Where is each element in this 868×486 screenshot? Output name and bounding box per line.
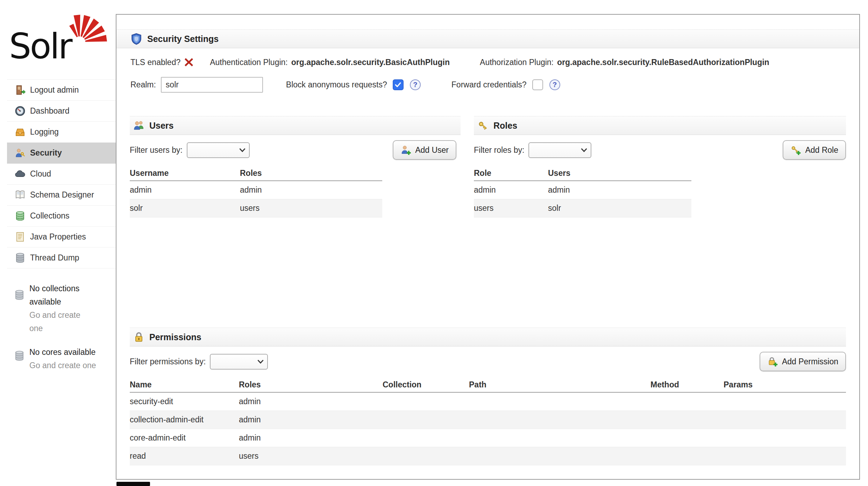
sidebar-item-collections[interactable]: Collections [7, 206, 116, 227]
roles-cell: admin [239, 433, 383, 443]
sidebar-item-label: Collections [30, 211, 70, 221]
sidebar: Solr Logout admin Dashboard Logging Secu… [0, 0, 116, 486]
add-permission-icon [767, 356, 778, 367]
permission-row-core-admin-edit[interactable]: core-admin-edit admin [130, 429, 846, 447]
block-anonymous-help-icon[interactable]: ? [410, 79, 421, 90]
roles-cell: users [239, 451, 383, 461]
block-anonymous-label: Block anonymous requests? [286, 80, 387, 90]
no-cores-notice: No cores available Go and create one [8, 345, 106, 372]
permission-row-read[interactable]: read users [130, 447, 846, 465]
sidebar-item-label: Thread Dump [30, 253, 79, 263]
role-row-users[interactable]: users solr [474, 199, 691, 217]
sidebar-item-logout-admin[interactable]: Logout admin [7, 80, 116, 101]
create-collection-link[interactable]: Go and create one [29, 308, 88, 335]
sidebar-item-java-properties[interactable]: Java Properties [7, 227, 116, 248]
users-table: Username Roles admin admin solr users [130, 166, 461, 217]
auth-plugin-label: Authentication Plugin: [210, 58, 288, 67]
name-cell: collection-admin-edit [130, 415, 239, 424]
column-header-collection: Collection [383, 380, 469, 389]
permissions-panel: Permissions Filter permissions by: Add P… [116, 328, 859, 465]
sidebar-item-label: Java Properties [30, 232, 86, 242]
username-cell: solr [130, 203, 240, 213]
forward-credentials-help-icon[interactable]: ? [549, 79, 560, 90]
sidebar-item-logging[interactable]: Logging [7, 122, 116, 143]
schema-designer-icon [15, 190, 26, 200]
add-user-label: Add User [415, 145, 449, 155]
roles-table: Role Users admin admin users solr [474, 166, 846, 217]
name-cell: security-edit [130, 397, 239, 406]
column-header-path: Path [469, 380, 650, 389]
sidebar-item-schema-designer[interactable]: Schema Designer [7, 185, 116, 206]
permissions-filter-select[interactable] [210, 354, 268, 370]
column-header-role: Role [474, 169, 548, 178]
realm-input[interactable] [161, 77, 263, 93]
permission-row-collection-admin-edit[interactable]: collection-admin-edit admin [130, 411, 846, 429]
sidebar-item-label: Logging [30, 127, 59, 137]
add-permission-button[interactable]: Add Permission [760, 352, 846, 371]
page-title: Security Settings [147, 34, 219, 44]
realm-row: Realm: Block anonymous requests? ? Forwa… [130, 76, 845, 93]
block-anonymous-checkbox[interactable] [393, 79, 404, 90]
column-header-name: Name [130, 380, 239, 389]
sidebar-item-label: Cloud [30, 169, 51, 179]
permissions-filter-row: Filter permissions by: Add Permission [130, 351, 846, 372]
users-filter-label: Filter users by: [130, 145, 183, 155]
roles-cell: admin [239, 397, 383, 406]
shield-icon [130, 33, 142, 45]
security-settings-header: Security Settings [116, 29, 859, 48]
users-panel: Users Filter users by: Add User Username [130, 116, 461, 217]
lock-icon [133, 331, 144, 343]
role-cell: admin [474, 185, 548, 195]
realm-label: Realm: [130, 80, 156, 90]
roles-panel-title: Roles [493, 121, 517, 131]
solr-logo-text: Solr [9, 27, 71, 66]
sidebar-item-cloud[interactable]: Cloud [7, 164, 116, 185]
users-panel-title: Users [149, 121, 174, 131]
permissions-panel-header: Permissions [130, 328, 846, 346]
add-user-icon [400, 145, 411, 155]
column-header-users: Users [548, 169, 691, 178]
create-core-link[interactable]: Go and create one [29, 359, 106, 372]
solr-logo[interactable]: Solr [9, 9, 112, 67]
roles-filter-row: Filter roles by: Add Role [474, 140, 846, 160]
roles-cell: admin [239, 415, 383, 424]
authz-plugin-value: org.apache.solr.security.RuleBasedAuthor… [557, 58, 769, 67]
sidebar-item-security[interactable]: Security [7, 143, 116, 164]
forward-credentials-label: Forward credentials? [451, 80, 527, 90]
no-cores-text: No cores available [29, 345, 106, 359]
sidebar-item-thread-dump[interactable]: Thread Dump [7, 248, 116, 269]
red-x-icon [184, 57, 194, 67]
user-row-admin[interactable]: admin admin [130, 181, 382, 199]
username-cell: admin [130, 185, 240, 195]
permission-row-security-edit[interactable]: security-edit admin [130, 393, 846, 411]
security-icon [15, 148, 26, 158]
name-cell: core-admin-edit [130, 433, 239, 443]
roles-filter-select[interactable] [528, 142, 591, 158]
roles-panel-header: Roles [474, 116, 846, 135]
sidebar-item-label: Security [30, 148, 62, 158]
database-icon [14, 290, 25, 300]
column-header-roles: Roles [239, 380, 383, 389]
collections-icon [15, 210, 26, 221]
footer-bar [116, 482, 150, 486]
sidebar-item-label: Schema Designer [30, 190, 94, 200]
forward-credentials-checkbox[interactable] [532, 79, 543, 90]
chevron-down-icon [239, 148, 246, 152]
logout-icon [15, 85, 26, 95]
cloud-icon [15, 169, 26, 179]
add-user-button[interactable]: Add User [393, 140, 456, 160]
permissions-panel-title: Permissions [149, 332, 201, 342]
roles-filter-label: Filter roles by: [474, 145, 524, 155]
chevron-down-icon [257, 359, 264, 364]
permissions-table-header: Name Roles Collection Path Method Params [130, 377, 846, 393]
no-collections-text: No collections available [29, 282, 88, 308]
users-filter-row: Filter users by: Add User [130, 140, 461, 160]
add-role-button[interactable]: Add Role [783, 140, 846, 160]
users-filter-select[interactable] [187, 142, 250, 158]
users-group-icon [133, 120, 144, 131]
sidebar-item-dashboard[interactable]: Dashboard [7, 101, 116, 122]
user-row-solr[interactable]: solr users [130, 199, 382, 217]
role-row-admin[interactable]: admin admin [474, 181, 691, 199]
add-role-icon [790, 145, 801, 155]
key-icon [477, 120, 489, 131]
